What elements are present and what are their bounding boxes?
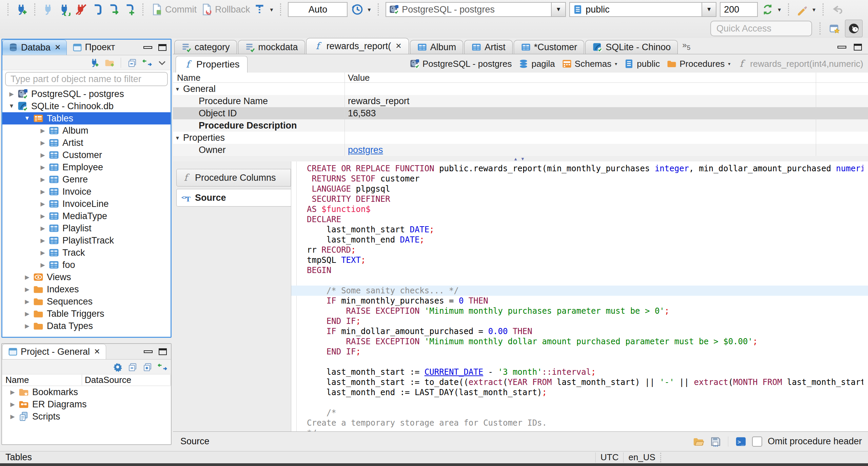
expander-collapsed-icon[interactable]: ▶ [37,164,48,171]
tree-item-invoiceline[interactable]: ▶InvoiceLine [2,198,171,210]
expander-collapsed-icon[interactable]: ▶ [37,213,48,220]
tree-item-invoice[interactable]: ▶Invoice [2,186,171,198]
sql-editor-open-icon[interactable] [107,3,120,16]
connection-new-icon[interactable] [15,3,28,16]
expander-collapsed-icon[interactable]: ▶ [7,401,18,408]
expander-collapsed-icon[interactable]: ▶ [37,200,48,208]
column-header-name[interactable]: Name [2,375,82,385]
sql-editor-icon[interactable] [91,3,104,16]
column-header-datasource[interactable]: DataSource [82,375,171,385]
expander-collapsed-icon[interactable]: ▶ [37,261,48,269]
tree-item-album[interactable]: ▶Album [2,124,171,137]
tab-project-general[interactable]: Project - General ✕ [2,344,106,359]
reconnect-icon[interactable] [58,3,71,16]
expand-all-icon[interactable] [142,362,153,372]
active-schema-combo[interactable]: public ▼ [569,2,716,17]
tree-item-sqlite-chinook-db[interactable]: ▼SQLite - Chinook.db [2,100,171,112]
editor-tab-mockdata[interactable]: mockdata [238,40,305,54]
expander-expanded-icon[interactable]: ▼ [6,103,17,110]
commit-button[interactable]: Commit [150,3,197,16]
transaction-log-button[interactable]: ▼ [351,3,372,16]
expander-expanded-icon[interactable]: ▼ [173,86,183,92]
maximize-icon[interactable] [159,348,167,355]
rollback-button[interactable]: Rollback [200,3,250,16]
active-connection-combo[interactable]: PostgreSQL - postgres ▼ [386,2,566,17]
tab-properties[interactable]: f Properties [176,56,248,73]
tree-item-genre[interactable]: ▶Genre [2,173,171,186]
editor-tab-rewards-report-[interactable]: frewards_report(✕ [306,38,409,54]
sql-source-editor[interactable]: CREATE OR REPLACE FUNCTION public.reward… [291,161,868,431]
expander-collapsed-icon[interactable]: ▶ [7,413,18,420]
collapse-all-icon[interactable] [127,362,138,372]
expander-collapsed-icon[interactable]: ▶ [21,274,33,281]
grid-row-owner[interactable]: Ownerpostgres [173,144,868,156]
chevron-down-icon[interactable]: ▾ [728,61,730,66]
tab-overflow-button[interactable]: »5 [682,40,690,52]
dbeaver-perspective-button[interactable] [845,20,863,37]
close-icon[interactable]: ✕ [395,42,401,51]
breadcrumb-item-postgresql-postgres[interactable]: PostgreSQL - postgres [410,59,512,69]
grid-row-object-id[interactable]: Object ID16,583 [173,107,868,119]
tab-database-navigator[interactable]: Databa ✕ [2,40,67,55]
expander-expanded-icon[interactable]: ▼ [173,135,183,141]
status-locale[interactable]: en_US [628,452,655,463]
project-item-er-diagrams[interactable]: ▶ER Diagrams [2,398,171,410]
breadcrumb-item-procedures[interactable]: Procedures▾ [667,59,730,69]
generate-sql-button[interactable]: ▼ [796,3,816,16]
breadcrumb-item-pagila[interactable]: pagila [518,59,555,69]
maximize-icon[interactable] [158,44,166,51]
tree-item-sequences[interactable]: ▶Sequences [2,295,171,308]
breadcrumb-item-schemas[interactable]: Schemas▾ [562,59,617,69]
grid-column-value[interactable]: Value [344,73,370,82]
connection-combo-arrow[interactable]: ▼ [551,3,565,16]
connect-icon[interactable] [42,3,55,16]
editor-tab-category[interactable]: category [174,40,237,54]
expander-expanded-icon[interactable]: ▼ [21,115,33,122]
editor-tab-album[interactable]: Album [410,40,463,54]
expander-collapsed-icon[interactable]: ▶ [37,139,48,147]
owner-link[interactable]: postgres [348,145,383,155]
fetch-size-input[interactable] [720,2,758,17]
subtab-procedure-columns[interactable]: fProcedure Columns [176,169,291,187]
project-item-scripts[interactable]: ▶Scripts [2,410,171,423]
grid-row-properties[interactable]: ▼Properties [173,132,868,144]
minimize-icon[interactable] [143,46,152,49]
grid-row-procedure-name[interactable]: Procedure Namerewards_report [173,95,868,107]
tree-item-employee[interactable]: ▶Employee [2,161,171,173]
quick-access-input[interactable] [710,21,812,36]
maximize-icon[interactable] [854,44,862,51]
connection-new-icon[interactable] [90,58,100,68]
back-history-icon[interactable] [830,3,843,16]
transaction-mode-button[interactable]: ▼ [254,3,274,16]
tree-item-customer[interactable]: ▶Customer [2,149,171,161]
editor-tab-artist[interactable]: Artist [464,40,513,54]
refresh-config-button[interactable]: ▼ [761,3,782,16]
editor-tab-sqlite-chinoo[interactable]: SQLite - Chinoo [585,40,678,54]
breadcrumb-item-public[interactable]: public [624,59,660,69]
disconnect-icon[interactable] [75,3,87,16]
subtab-source[interactable]: <>TSource [176,189,291,207]
grid-row-procedure-description[interactable]: Procedure Description [173,119,868,132]
tree-item-artist[interactable]: ▶Artist [2,137,171,149]
chevron-down-icon[interactable]: ▾ [615,61,617,66]
link-with-editor-icon[interactable] [142,58,152,68]
minimize-icon[interactable] [837,46,846,48]
grid-row-general[interactable]: ▼General [173,83,868,95]
tree-item-playlisttrack[interactable]: ▶PlaylistTrack [2,234,171,247]
status-timezone[interactable]: UTC [600,452,618,463]
tab-project-explorer[interactable]: Проект [67,40,121,55]
tree-item-postgresql-postgres[interactable]: ▶PostgreSQL - postgres [2,88,171,100]
omit-header-checkbox[interactable] [752,436,762,447]
tree-item-tables[interactable]: ▼Tables [2,112,171,124]
expander-collapsed-icon[interactable]: ▶ [21,286,33,293]
expander-collapsed-icon[interactable]: ▶ [37,237,48,244]
object-filter-input[interactable] [5,72,168,86]
tree-item-playlist[interactable]: ▶Playlist [2,222,171,234]
tree-item-mediatype[interactable]: ▶MediaType [2,210,171,222]
tree-item-data-types[interactable]: ▶Data Types [2,320,171,332]
expander-collapsed-icon[interactable]: ▶ [21,323,33,330]
splitter-sash[interactable]: ▲▼ [173,156,868,161]
expander-collapsed-icon[interactable]: ▶ [37,127,48,134]
folder-new-icon[interactable] [104,58,115,68]
expander-collapsed-icon[interactable]: ▶ [37,249,48,256]
